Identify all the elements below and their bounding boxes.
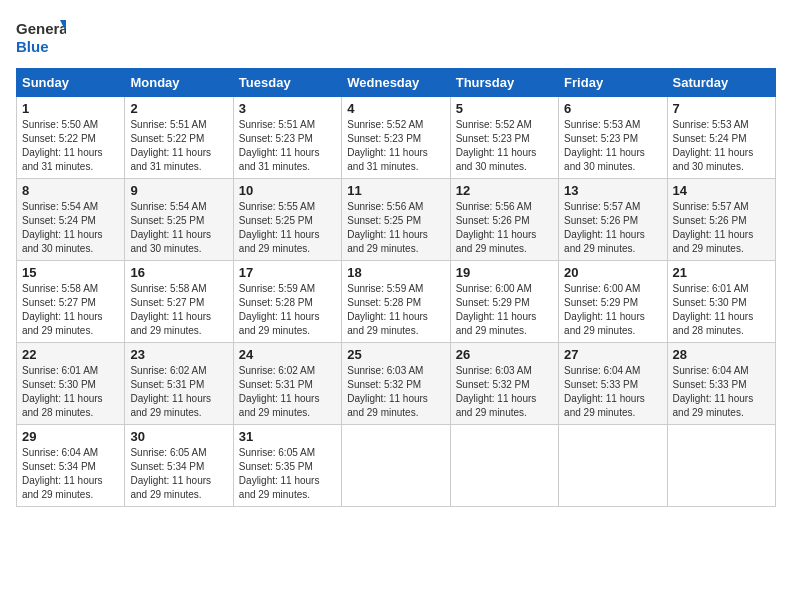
day-number: 21 [673,265,770,280]
day-info: Sunrise: 6:03 AM Sunset: 5:32 PM Dayligh… [347,364,444,420]
day-cell: 31 Sunrise: 6:05 AM Sunset: 5:35 PM Dayl… [233,425,341,507]
day-number: 19 [456,265,553,280]
day-number: 7 [673,101,770,116]
day-cell [667,425,775,507]
logo-svg: General Blue [16,16,66,58]
day-info: Sunrise: 5:52 AM Sunset: 5:23 PM Dayligh… [347,118,444,174]
week-row-5: 29 Sunrise: 6:04 AM Sunset: 5:34 PM Dayl… [17,425,776,507]
day-info: Sunrise: 5:57 AM Sunset: 5:26 PM Dayligh… [564,200,661,256]
day-number: 13 [564,183,661,198]
day-cell: 14 Sunrise: 5:57 AM Sunset: 5:26 PM Dayl… [667,179,775,261]
day-cell: 26 Sunrise: 6:03 AM Sunset: 5:32 PM Dayl… [450,343,558,425]
day-cell: 5 Sunrise: 5:52 AM Sunset: 5:23 PM Dayli… [450,97,558,179]
day-number: 17 [239,265,336,280]
day-cell [559,425,667,507]
day-cell: 30 Sunrise: 6:05 AM Sunset: 5:34 PM Dayl… [125,425,233,507]
header-cell-tuesday: Tuesday [233,69,341,97]
week-row-3: 15 Sunrise: 5:58 AM Sunset: 5:27 PM Dayl… [17,261,776,343]
day-number: 16 [130,265,227,280]
week-row-2: 8 Sunrise: 5:54 AM Sunset: 5:24 PM Dayli… [17,179,776,261]
header-cell-friday: Friday [559,69,667,97]
day-cell: 9 Sunrise: 5:54 AM Sunset: 5:25 PM Dayli… [125,179,233,261]
header-cell-monday: Monday [125,69,233,97]
day-info: Sunrise: 5:57 AM Sunset: 5:26 PM Dayligh… [673,200,770,256]
day-number: 27 [564,347,661,362]
day-cell: 24 Sunrise: 6:02 AM Sunset: 5:31 PM Dayl… [233,343,341,425]
week-row-1: 1 Sunrise: 5:50 AM Sunset: 5:22 PM Dayli… [17,97,776,179]
calendar-table: SundayMondayTuesdayWednesdayThursdayFrid… [16,68,776,507]
day-info: Sunrise: 6:04 AM Sunset: 5:33 PM Dayligh… [564,364,661,420]
day-cell: 28 Sunrise: 6:04 AM Sunset: 5:33 PM Dayl… [667,343,775,425]
day-cell: 3 Sunrise: 5:51 AM Sunset: 5:23 PM Dayli… [233,97,341,179]
day-number: 18 [347,265,444,280]
day-cell: 27 Sunrise: 6:04 AM Sunset: 5:33 PM Dayl… [559,343,667,425]
week-row-4: 22 Sunrise: 6:01 AM Sunset: 5:30 PM Dayl… [17,343,776,425]
day-info: Sunrise: 5:50 AM Sunset: 5:22 PM Dayligh… [22,118,119,174]
day-cell: 19 Sunrise: 6:00 AM Sunset: 5:29 PM Dayl… [450,261,558,343]
day-number: 25 [347,347,444,362]
day-number: 12 [456,183,553,198]
page-header: General Blue [16,16,776,58]
day-cell: 18 Sunrise: 5:59 AM Sunset: 5:28 PM Dayl… [342,261,450,343]
day-cell: 4 Sunrise: 5:52 AM Sunset: 5:23 PM Dayli… [342,97,450,179]
day-info: Sunrise: 5:51 AM Sunset: 5:22 PM Dayligh… [130,118,227,174]
day-info: Sunrise: 6:04 AM Sunset: 5:34 PM Dayligh… [22,446,119,502]
day-cell: 23 Sunrise: 6:02 AM Sunset: 5:31 PM Dayl… [125,343,233,425]
day-number: 14 [673,183,770,198]
day-cell: 17 Sunrise: 5:59 AM Sunset: 5:28 PM Dayl… [233,261,341,343]
day-number: 10 [239,183,336,198]
day-cell: 2 Sunrise: 5:51 AM Sunset: 5:22 PM Dayli… [125,97,233,179]
day-number: 20 [564,265,661,280]
day-info: Sunrise: 6:05 AM Sunset: 5:34 PM Dayligh… [130,446,227,502]
day-number: 15 [22,265,119,280]
day-cell [342,425,450,507]
day-info: Sunrise: 5:54 AM Sunset: 5:25 PM Dayligh… [130,200,227,256]
day-number: 23 [130,347,227,362]
day-number: 5 [456,101,553,116]
day-number: 6 [564,101,661,116]
day-info: Sunrise: 6:03 AM Sunset: 5:32 PM Dayligh… [456,364,553,420]
day-cell [450,425,558,507]
day-cell: 22 Sunrise: 6:01 AM Sunset: 5:30 PM Dayl… [17,343,125,425]
day-info: Sunrise: 5:52 AM Sunset: 5:23 PM Dayligh… [456,118,553,174]
day-number: 24 [239,347,336,362]
day-cell: 25 Sunrise: 6:03 AM Sunset: 5:32 PM Dayl… [342,343,450,425]
calendar-header: SundayMondayTuesdayWednesdayThursdayFrid… [17,69,776,97]
day-info: Sunrise: 6:04 AM Sunset: 5:33 PM Dayligh… [673,364,770,420]
header-cell-thursday: Thursday [450,69,558,97]
day-number: 11 [347,183,444,198]
day-number: 8 [22,183,119,198]
day-cell: 6 Sunrise: 5:53 AM Sunset: 5:23 PM Dayli… [559,97,667,179]
day-cell: 15 Sunrise: 5:58 AM Sunset: 5:27 PM Dayl… [17,261,125,343]
calendar-body: 1 Sunrise: 5:50 AM Sunset: 5:22 PM Dayli… [17,97,776,507]
day-info: Sunrise: 5:59 AM Sunset: 5:28 PM Dayligh… [239,282,336,338]
day-cell: 29 Sunrise: 6:04 AM Sunset: 5:34 PM Dayl… [17,425,125,507]
day-info: Sunrise: 6:02 AM Sunset: 5:31 PM Dayligh… [130,364,227,420]
day-cell: 11 Sunrise: 5:56 AM Sunset: 5:25 PM Dayl… [342,179,450,261]
day-info: Sunrise: 5:55 AM Sunset: 5:25 PM Dayligh… [239,200,336,256]
header-cell-wednesday: Wednesday [342,69,450,97]
day-cell: 1 Sunrise: 5:50 AM Sunset: 5:22 PM Dayli… [17,97,125,179]
day-info: Sunrise: 6:01 AM Sunset: 5:30 PM Dayligh… [673,282,770,338]
day-number: 9 [130,183,227,198]
day-cell: 16 Sunrise: 5:58 AM Sunset: 5:27 PM Dayl… [125,261,233,343]
header-cell-sunday: Sunday [17,69,125,97]
day-info: Sunrise: 6:02 AM Sunset: 5:31 PM Dayligh… [239,364,336,420]
logo: General Blue [16,16,66,58]
day-number: 4 [347,101,444,116]
day-cell: 21 Sunrise: 6:01 AM Sunset: 5:30 PM Dayl… [667,261,775,343]
day-info: Sunrise: 6:00 AM Sunset: 5:29 PM Dayligh… [456,282,553,338]
day-cell: 7 Sunrise: 5:53 AM Sunset: 5:24 PM Dayli… [667,97,775,179]
day-cell: 12 Sunrise: 5:56 AM Sunset: 5:26 PM Dayl… [450,179,558,261]
day-info: Sunrise: 5:51 AM Sunset: 5:23 PM Dayligh… [239,118,336,174]
day-info: Sunrise: 6:01 AM Sunset: 5:30 PM Dayligh… [22,364,119,420]
day-number: 1 [22,101,119,116]
day-cell: 20 Sunrise: 6:00 AM Sunset: 5:29 PM Dayl… [559,261,667,343]
day-cell: 8 Sunrise: 5:54 AM Sunset: 5:24 PM Dayli… [17,179,125,261]
day-cell: 10 Sunrise: 5:55 AM Sunset: 5:25 PM Dayl… [233,179,341,261]
svg-text:General: General [16,20,66,37]
day-number: 2 [130,101,227,116]
day-number: 22 [22,347,119,362]
day-number: 30 [130,429,227,444]
day-info: Sunrise: 5:58 AM Sunset: 5:27 PM Dayligh… [22,282,119,338]
